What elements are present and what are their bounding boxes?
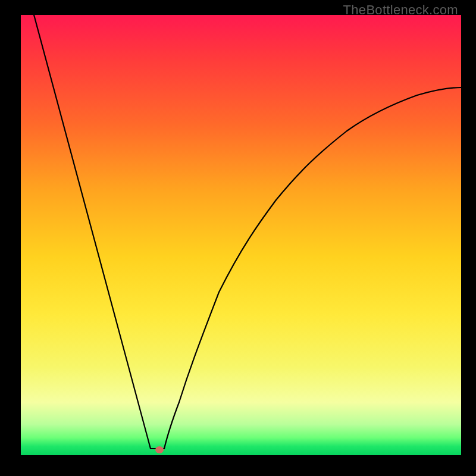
minimum-marker (155, 446, 164, 453)
left-branch-path (34, 15, 151, 449)
right-branch-path (164, 87, 461, 449)
plot-area (21, 15, 461, 455)
chart-frame: TheBottleneck.com (0, 0, 476, 476)
curve-svg (21, 15, 461, 455)
